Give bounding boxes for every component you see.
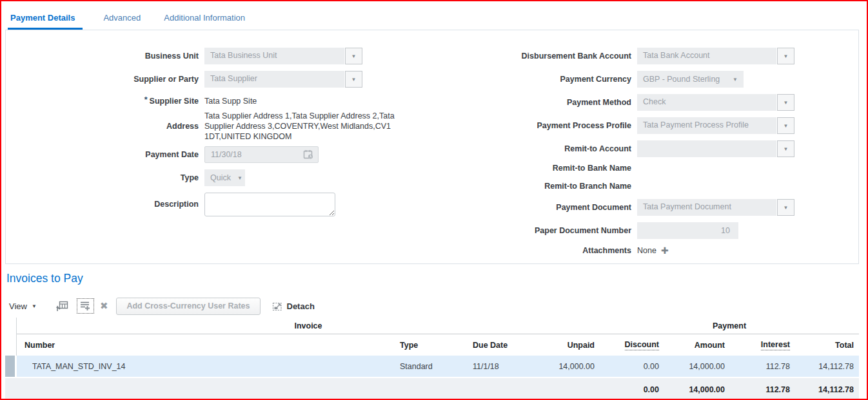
cell-due-date[interactable]: 11/1/18: [468, 356, 532, 377]
form-left-column: Business Unit Tata Business Unit ▼ Suppl…: [6, 48, 444, 216]
column-header-unpaid[interactable]: Unpaid: [532, 334, 600, 356]
remit-to-account-field[interactable]: ▼: [637, 140, 794, 157]
column-header-type[interactable]: Type: [395, 334, 468, 356]
payment-method-field[interactable]: Check ▼: [637, 94, 794, 111]
paper-document-number-field[interactable]: 10: [637, 222, 738, 239]
select-and-add-button[interactable]: [56, 301, 68, 312]
type-select[interactable]: Quick ▼: [204, 169, 245, 186]
add-row-button[interactable]: [77, 298, 94, 314]
table-column-header-row: Number Type Due Date Unpaid Discount Amo…: [5, 334, 859, 356]
chevron-down-icon: ▼: [784, 123, 789, 129]
payment-process-profile-label: Payment Process Profile: [393, 121, 637, 131]
payment-currency-value: GBP - Pound Sterling: [643, 75, 720, 84]
column-header-number[interactable]: Number: [17, 334, 395, 356]
type-value: Quick: [210, 173, 231, 182]
column-header-total[interactable]: Total: [795, 334, 859, 356]
cell-amount[interactable]: 14,000.00: [664, 356, 730, 377]
form-right-column: Disbursement Bank Account Tata Bank Acco…: [393, 48, 860, 256]
column-header-interest[interactable]: Interest: [730, 334, 795, 356]
column-header-due-date[interactable]: Due Date: [468, 334, 532, 356]
chevron-down-icon: ▼: [32, 303, 37, 309]
payment-process-profile-dropdown-button[interactable]: ▼: [777, 117, 794, 134]
disbursement-bank-account-label: Disbursement Bank Account: [393, 52, 637, 61]
payment-date-label: Payment Date: [6, 150, 204, 160]
detach-icon: [272, 301, 282, 311]
remit-to-account-label: Remit-to Account: [393, 144, 637, 154]
supplier-or-party-dropdown-button[interactable]: ▼: [345, 71, 362, 88]
business-unit-label: Business Unit: [6, 52, 204, 61]
payment-date-field[interactable]: 11/30/18: [204, 146, 319, 163]
payment-document-field[interactable]: Tata Payment Document ▼: [637, 199, 794, 216]
payment-currency-select[interactable]: GBP - Pound Sterling ▼: [637, 71, 744, 88]
add-attachment-plus-icon[interactable]: ✚: [661, 246, 669, 255]
payment-group-header: Payment: [600, 318, 859, 334]
required-asterisk: *: [144, 95, 148, 104]
payment-method-label: Payment Method: [393, 98, 637, 108]
summary-type: [395, 378, 468, 400]
supplier-site-value: Tata Supp Site: [204, 96, 257, 106]
column-header-amount[interactable]: Amount: [664, 334, 730, 356]
payment-details-panel: Business Unit Tata Business Unit ▼ Suppl…: [5, 30, 859, 264]
payment-document-value[interactable]: Tata Payment Document: [637, 199, 776, 216]
selector-column-header: [5, 334, 17, 356]
business-unit-field[interactable]: Tata Business Unit ▼: [204, 48, 362, 64]
disbursement-bank-account-dropdown-button[interactable]: ▼: [777, 48, 794, 64]
supplier-or-party-field[interactable]: Tata Supplier ▼: [204, 71, 362, 88]
cell-unpaid[interactable]: 14,000.00: [532, 356, 600, 377]
remit-to-branch-name-label: Remit-to Branch Name: [393, 182, 637, 191]
attachments-value: None: [637, 245, 656, 256]
payment-method-dropdown-button[interactable]: ▼: [777, 94, 794, 111]
chevron-down-icon: ▼: [784, 100, 789, 106]
disbursement-bank-account-field[interactable]: Tata Bank Account ▼: [637, 48, 794, 64]
summary-interest: 112.78: [730, 378, 795, 400]
summary-due-date: [468, 378, 532, 400]
table-row[interactable]: TATA_MAN_STD_INV_14 Standard 11/1/18 14,…: [5, 356, 859, 377]
supplier-site-label: *Supplier Site: [6, 97, 204, 106]
payment-method-value[interactable]: Check: [637, 94, 776, 111]
add-cross-currency-user-rates-button[interactable]: Add Cross-Currency User Rates: [116, 298, 260, 315]
payment-date-value: 11/30/18: [211, 150, 242, 159]
summary-discount: 0.00: [600, 378, 664, 400]
remit-to-account-value[interactable]: [637, 140, 776, 157]
cell-total[interactable]: 14,112.78: [795, 356, 859, 377]
disbursement-bank-account-value[interactable]: Tata Bank Account: [637, 48, 776, 64]
payment-currency-label: Payment Currency: [393, 75, 637, 84]
invoices-to-pay-title: Invoices to Pay: [6, 272, 83, 285]
payment-process-profile-field[interactable]: Tata Payment Process Profile ▼: [637, 117, 794, 134]
calendar-picker-icon[interactable]: [303, 149, 314, 160]
attachments-label: Attachments: [393, 246, 637, 256]
address-label: Address: [6, 122, 204, 131]
view-menu-button[interactable]: View ▼: [9, 301, 37, 311]
summary-total: 14,112.78: [795, 378, 859, 400]
delete-row-button[interactable]: ✖: [100, 300, 108, 312]
row-selector-cell[interactable]: [5, 356, 17, 377]
view-menu-label: View: [9, 301, 27, 311]
business-unit-value[interactable]: Tata Business Unit: [204, 48, 344, 64]
payment-page: Payment Details Advanced Additional Info…: [0, 0, 868, 400]
chevron-down-icon: ▼: [733, 77, 738, 82]
tab-payment-details[interactable]: Payment Details: [8, 13, 83, 30]
chevron-down-icon: ▼: [351, 77, 357, 82]
remit-to-bank-name-label: Remit-to Bank Name: [393, 164, 637, 173]
selector-column-spacer: [5, 318, 17, 334]
cell-interest[interactable]: 112.78: [730, 356, 795, 377]
cell-discount[interactable]: 0.00: [600, 356, 664, 377]
select-and-add-icon: [56, 301, 68, 312]
summary-unpaid: [532, 378, 600, 400]
business-unit-dropdown-button[interactable]: ▼: [345, 48, 362, 64]
chevron-down-icon: ▼: [351, 53, 357, 59]
summary-selector-spacer: [5, 378, 17, 400]
remit-to-account-dropdown-button[interactable]: ▼: [777, 140, 794, 157]
payment-process-profile-value[interactable]: Tata Payment Process Profile: [637, 117, 776, 134]
chevron-down-icon: ▼: [784, 53, 789, 59]
cell-number[interactable]: TATA_MAN_STD_INV_14: [17, 356, 395, 377]
detach-button[interactable]: Detach: [272, 301, 315, 311]
tab-additional-information[interactable]: Additional Information: [161, 13, 248, 30]
supplier-or-party-value[interactable]: Tata Supplier: [204, 71, 344, 88]
column-header-discount[interactable]: Discount: [600, 334, 664, 356]
invoices-table: Invoice Payment Number Type Due Date Unp…: [5, 318, 859, 400]
cell-type[interactable]: Standard: [395, 356, 468, 377]
tab-advanced[interactable]: Advanced: [101, 13, 143, 30]
description-textarea[interactable]: [204, 193, 335, 216]
payment-document-dropdown-button[interactable]: ▼: [777, 199, 794, 216]
